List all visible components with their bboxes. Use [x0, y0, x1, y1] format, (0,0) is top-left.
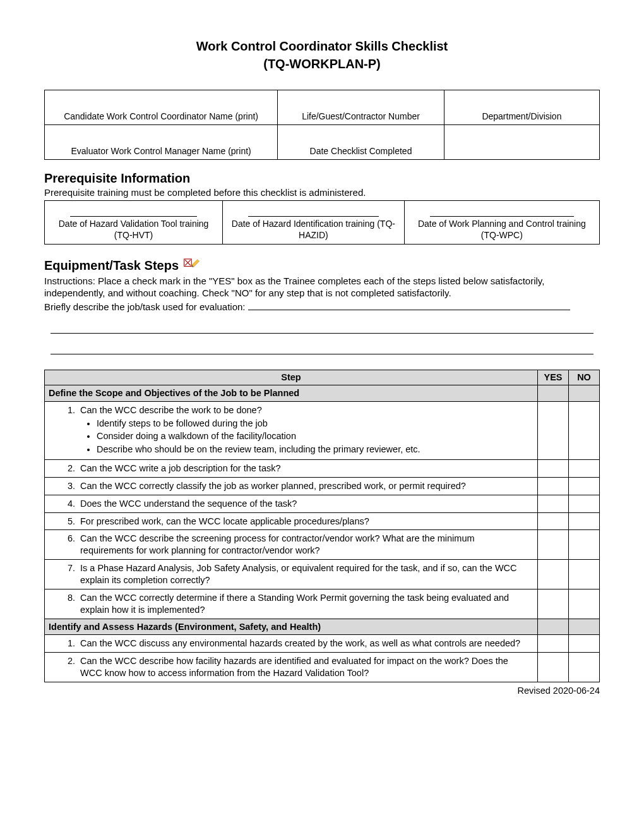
identity-table: Candidate Work Control Coordinator Name … — [44, 90, 600, 160]
yes-box — [538, 385, 569, 401]
prereq-heading: Prerequisite Information — [44, 170, 600, 186]
prereq-cell-hvt[interactable]: Date of Hazard Validation Tool training … — [45, 200, 223, 244]
no-box[interactable] — [569, 512, 600, 530]
step-text: Can the WCC discuss any environmental ha… — [80, 638, 534, 650]
step-num: 8. — [56, 592, 80, 616]
step-table: Step YES NO Define the Scope and Objecti… — [44, 370, 600, 682]
step-text: Can the WCC describe the screening proce… — [80, 533, 534, 557]
blank-line-2[interactable] — [51, 342, 593, 354]
step-num: 2. — [56, 462, 80, 474]
step-num: 6. — [56, 533, 80, 557]
prereq-label-wpc: Date of Work Planning and Control traini… — [418, 219, 586, 240]
step-num: 4. — [56, 498, 80, 510]
col-step: Step — [45, 370, 538, 385]
prereq-cell-hazid[interactable]: Date of Hazard Identification training (… — [223, 200, 405, 244]
describe-label: Briefly describe the job/task used for e… — [44, 301, 248, 312]
col-no: NO — [569, 370, 600, 385]
step-text: Is a Phase Hazard Analysis, Job Safety A… — [80, 562, 534, 586]
prereq-label-hazid: Date of Hazard Identification training (… — [232, 219, 395, 240]
cell-date-completed[interactable]: Date Checklist Completed — [278, 125, 444, 160]
section-hazards: Identify and Assess Hazards (Environment… — [45, 619, 538, 635]
step-text: Can the WCC correctly classify the job a… — [80, 480, 534, 492]
doc-title: Work Control Coordinator Skills Checklis… — [44, 38, 600, 54]
step-num: 5. — [56, 516, 80, 528]
cell-number[interactable]: Life/Guest/Contractor Number — [278, 90, 444, 125]
step-text: Can the WCC correctly determine if there… — [80, 592, 534, 616]
prereq-table: Date of Hazard Validation Tool training … — [44, 200, 600, 245]
yes-box[interactable] — [538, 460, 569, 478]
bullet: Consider doing a walkdown of the facilit… — [97, 430, 530, 442]
blank-line-1[interactable] — [51, 322, 593, 334]
no-box — [569, 385, 600, 401]
no-box[interactable] — [569, 635, 600, 653]
yes-box[interactable] — [538, 495, 569, 512]
step-num: 3. — [56, 480, 80, 492]
yes-box[interactable] — [538, 512, 569, 530]
no-box[interactable] — [569, 495, 600, 512]
cell-dept[interactable]: Department/Division — [444, 90, 599, 125]
no-box[interactable] — [569, 530, 600, 560]
col-yes: YES — [538, 370, 569, 385]
yes-box[interactable] — [538, 560, 569, 589]
yes-box[interactable] — [538, 401, 569, 459]
step-text: Can the WCC describe the work to be done… — [80, 404, 530, 416]
instructions-text: Instructions: Place a check mark in the … — [44, 275, 600, 299]
step-num: 2. — [56, 655, 80, 679]
prereq-cell-wpc[interactable]: Date of Work Planning and Control traini… — [404, 200, 599, 244]
no-box[interactable] — [569, 477, 600, 495]
no-box — [569, 619, 600, 635]
instructions-describe: Briefly describe the job/task used for e… — [44, 301, 600, 313]
yes-box[interactable] — [538, 530, 569, 560]
yes-box[interactable] — [538, 653, 569, 682]
yes-box — [538, 619, 569, 635]
step-text: Does the WCC understand the sequence of … — [80, 498, 534, 510]
cell-evaluator[interactable]: Evaluator Work Control Manager Name (pri… — [45, 125, 278, 160]
edit-checklist-icon — [184, 256, 200, 272]
equipment-heading: Equipment/Task Steps — [44, 257, 179, 274]
doc-subtitle: (TQ-WORKPLAN-P) — [44, 56, 600, 72]
step-text: Can the WCC write a job description for … — [80, 462, 534, 474]
prereq-sub: Prerequisite training must be completed … — [44, 186, 600, 199]
cell-candidate[interactable]: Candidate Work Control Coordinator Name … — [45, 90, 278, 125]
yes-box[interactable] — [538, 589, 569, 619]
revision-date: Revised 2020-06-24 — [44, 685, 600, 697]
yes-box[interactable] — [538, 477, 569, 495]
step-num: 1. — [56, 638, 80, 650]
bullet: Describe who should be on the review tea… — [97, 444, 530, 456]
prereq-label-hvt: Date of Hazard Validation Tool training … — [59, 219, 209, 240]
no-box[interactable] — [569, 460, 600, 478]
step-num: 7. — [56, 562, 80, 586]
no-box[interactable] — [569, 589, 600, 619]
section-scope: Define the Scope and Objectives of the J… — [45, 385, 538, 401]
svg-marker-3 — [192, 259, 200, 267]
bullet: Identify steps to be followed during the… — [97, 418, 530, 430]
step-text: For prescribed work, can the WCC locate … — [80, 516, 534, 528]
cell-empty — [444, 125, 599, 160]
no-box[interactable] — [569, 560, 600, 589]
no-box[interactable] — [569, 401, 600, 459]
no-box[interactable] — [569, 653, 600, 682]
yes-box[interactable] — [538, 635, 569, 653]
step-num: 1. — [56, 404, 80, 457]
step-text: Can the WCC describe how facility hazard… — [80, 655, 534, 679]
